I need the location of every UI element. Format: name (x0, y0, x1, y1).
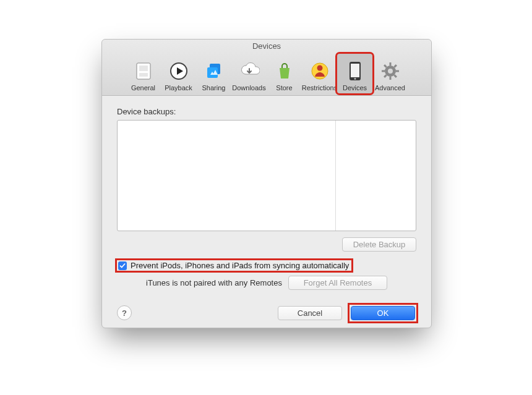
restrictions-icon (309, 61, 330, 82)
svg-rect-14 (389, 77, 391, 80)
tab-label: General (131, 84, 155, 91)
remotes-status-text: iTunes is not paired with any Remotes (146, 278, 282, 287)
window-title: Devices (102, 40, 431, 53)
tab-general[interactable]: General (126, 54, 161, 93)
tab-label: Downloads (232, 84, 265, 91)
svg-point-8 (317, 66, 322, 71)
tab-label: Restrictions (302, 84, 337, 91)
prevent-sync-row[interactable]: Prevent iPods, iPhones and iPads from sy… (117, 260, 351, 271)
tab-playback[interactable]: Playback (161, 54, 196, 93)
gear-icon (380, 61, 401, 82)
svg-rect-13 (389, 62, 391, 66)
remotes-row: iTunes is not paired with any Remotes Fo… (117, 276, 416, 290)
tab-label: Store (276, 84, 292, 91)
phone-icon (345, 61, 366, 82)
help-icon: ? (122, 308, 127, 318)
tab-label: Devices (343, 84, 367, 91)
backups-name-column (118, 121, 336, 231)
tab-label: Advanced (375, 84, 405, 91)
svg-rect-10 (351, 64, 359, 77)
pane-body: Device backups: Delete Backup Prevent iP… (102, 96, 431, 290)
svg-rect-1 (139, 66, 148, 71)
svg-rect-15 (382, 70, 385, 72)
device-backups-label: Device backups: (117, 107, 416, 116)
device-backups-list[interactable] (117, 120, 416, 231)
svg-point-21 (388, 69, 393, 74)
tab-label: Sharing (202, 84, 226, 91)
tab-devices[interactable]: Devices (337, 54, 372, 93)
backups-date-column (336, 121, 416, 231)
toolbar: Devices General Playback Sharing (102, 40, 431, 96)
svg-point-11 (354, 78, 356, 80)
forget-remotes-button[interactable]: Forget All Remotes (288, 276, 387, 290)
preferences-window: Devices General Playback Sharing (101, 39, 432, 328)
tab-downloads[interactable]: Downloads (231, 54, 267, 93)
tab-store[interactable]: Store (267, 54, 302, 93)
svg-rect-16 (396, 70, 399, 72)
delete-backup-button[interactable]: Delete Backup (342, 237, 416, 252)
tab-restrictions[interactable]: Restrictions (302, 54, 337, 93)
tab-strip: General Playback Sharing Downloads (102, 54, 431, 93)
svg-rect-2 (139, 73, 148, 77)
footer: ? Cancel OK (102, 298, 431, 328)
tab-sharing[interactable]: Sharing (196, 54, 231, 93)
prevent-sync-label: Prevent iPods, iPhones and iPads from sy… (131, 261, 349, 270)
tab-advanced[interactable]: Advanced (372, 54, 408, 93)
cloud-download-icon (239, 61, 260, 82)
cancel-button[interactable]: Cancel (278, 306, 342, 320)
ok-highlight: OK (350, 305, 416, 321)
bag-icon (274, 61, 295, 82)
sharing-icon (204, 61, 225, 82)
general-icon (133, 61, 154, 82)
ok-button[interactable]: OK (351, 306, 415, 320)
help-button[interactable]: ? (117, 305, 132, 320)
prevent-sync-checkbox[interactable] (118, 261, 127, 270)
play-icon (168, 61, 189, 82)
tab-label: Playback (165, 84, 192, 91)
